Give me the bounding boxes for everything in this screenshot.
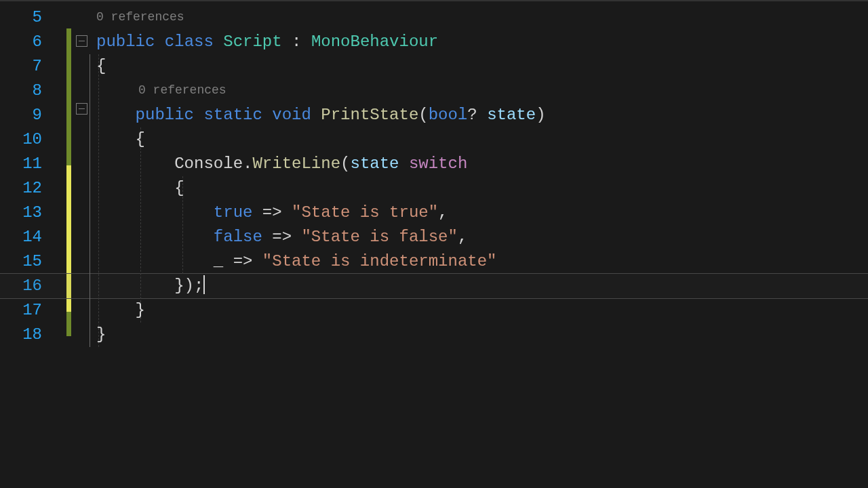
line-number: 8 [0, 79, 66, 103]
code-line: Console.WriteLine(state switch [66, 152, 868, 176]
code-line: public class Script : MonoBehaviour [66, 30, 868, 54]
line-number: 17 [0, 298, 66, 323]
line-number: 14 [0, 225, 66, 249]
line-number: 13 [0, 201, 66, 225]
code-line: false => "State is false", [66, 225, 868, 249]
line-number: 18 [0, 323, 66, 347]
code-line: } [66, 323, 868, 347]
code-line [66, 347, 868, 371]
line-number: 11 [0, 152, 66, 176]
code-line: true => "State is true", [66, 201, 868, 225]
code-line: { [66, 127, 868, 152]
line-number: 15 [0, 249, 66, 274]
line-number: 12 [0, 176, 66, 201]
code-line: public static void PrintState(bool? stat… [66, 103, 868, 127]
line-number: 7 [0, 54, 66, 79]
code-line [66, 79, 868, 103]
line-number: 9 [0, 103, 66, 127]
line-number: 6 [0, 30, 66, 54]
gutter: 5 6 7 8 9 10 11 12 13 14 15 16 17 18 [0, 1, 66, 488]
code-text-area[interactable]: 0 references public class Script : MonoB… [66, 1, 868, 488]
code-editor[interactable]: 5 6 7 8 9 10 11 12 13 14 15 16 17 18 0 r… [0, 0, 868, 488]
code-line: _ => "State is indeterminate" [66, 249, 868, 274]
code-line: }); [66, 274, 868, 298]
line-number: 10 [0, 127, 66, 152]
code-line [66, 5, 868, 30]
line-number: 16 [0, 274, 66, 298]
text-caret [203, 275, 205, 294]
line-number: 5 [0, 5, 66, 30]
code-line: { [66, 54, 868, 79]
code-line: } [66, 298, 868, 323]
code-line: { [66, 176, 868, 201]
